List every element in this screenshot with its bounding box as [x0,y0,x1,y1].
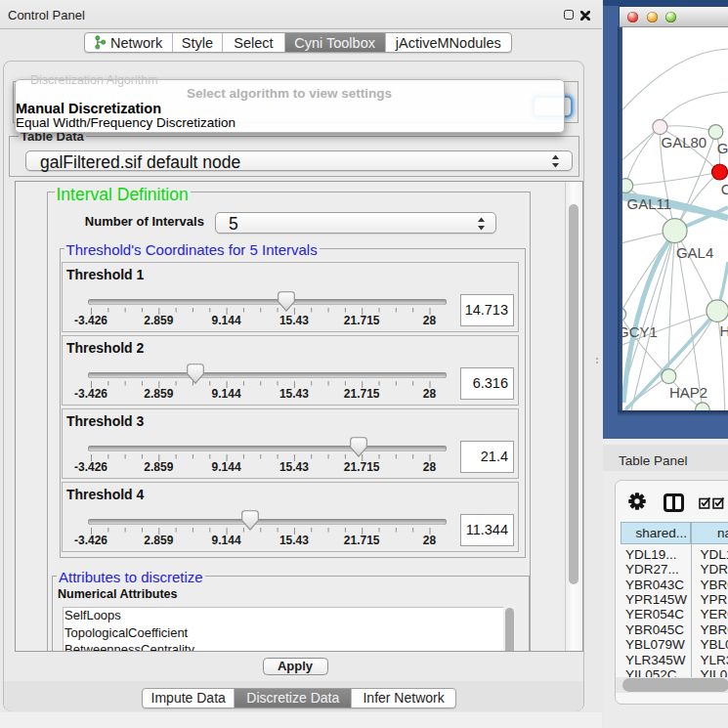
svg-text:GAL11: GAL11 [627,195,672,212]
svg-text:GAL4: GAL4 [676,244,713,261]
svg-text:C: C [721,181,728,197]
svg-text:H: H [720,322,728,339]
svg-text:G: G [717,140,728,156]
svg-text:HAP2: HAP2 [669,384,707,401]
svg-text:GCY1: GCY1 [622,323,658,340]
svg-text:GAL80: GAL80 [662,134,707,150]
